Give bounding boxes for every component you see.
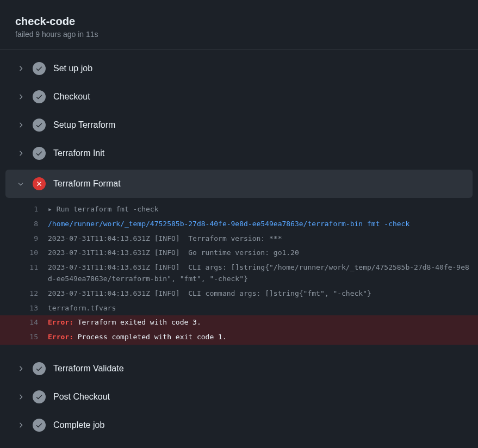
step-name-label: Terraform Init [53,148,104,158]
step-name-label: Post Checkout [53,392,110,402]
error-text: Terraform exited with code 3. [73,318,201,326]
chevron-right-icon [16,364,25,373]
line-content: Error: Terraform exited with code 3. [48,317,478,328]
chevron-right-icon [16,121,25,129]
step-row-complete-job[interactable]: Complete job [0,411,478,439]
check-circle-icon [33,147,46,160]
log-line[interactable]: 15Error: Process completed with exit cod… [0,330,478,345]
error-label: Error: [48,318,73,326]
job-status: failed 9 hours ago in 11s [15,30,463,39]
check-circle-icon [33,62,46,75]
line-content: 2023-07-31T11:04:13.631Z [INFO] Go runti… [48,247,478,259]
line-content: 2023-07-31T11:04:13.631Z [INFO] CLI args… [48,262,478,285]
line-content: terraform.tfvars [48,303,478,314]
step-row-post-checkout[interactable]: Post Checkout [0,383,478,411]
step-name-label: Complete job [53,420,104,430]
step-row-checkout[interactable]: Checkout [0,83,478,111]
line-content: /home/runner/work/_temp/4752585b-27d8-40… [48,219,478,230]
line-number: 8 [0,219,48,230]
log-line[interactable]: 8/home/runner/work/_temp/4752585b-27d8-4… [0,217,478,232]
log-link[interactable]: /home/runner/work/_temp/4752585b-27d8-40… [48,220,409,228]
log-line[interactable]: 112023-07-31T11:04:13.631Z [INFO] CLI ar… [0,260,478,287]
step-name-label: Setup Terraform [53,120,115,130]
check-circle-icon [33,390,46,403]
step-name-label: Terraform Validate [53,364,124,374]
chevron-right-icon [16,393,25,401]
chevron-right-icon [16,92,25,101]
line-number: 15 [0,332,48,343]
log-line[interactable]: 92023-07-31T11:04:13.631Z [INFO] Terrafo… [0,232,478,246]
job-title: check-code [15,15,463,28]
step-row-terraform-validate[interactable]: Terraform Validate [0,354,478,383]
line-content: Error: Process completed with exit code … [48,332,478,343]
step-name-label: Terraform Format [53,179,121,189]
triangle-right-icon: ▸ [48,205,57,213]
step-row-terraform-init[interactable]: Terraform Init [0,139,478,167]
line-number: 9 [0,233,48,245]
check-circle-icon [33,419,46,432]
log-line[interactable]: 1▸ Run terraform fmt -check [0,202,478,217]
step-row-set-up-job[interactable]: Set up job [0,54,478,83]
step-name-label: Set up job [53,64,92,73]
log-output: 1▸ Run terraform fmt -check8/home/runner… [0,198,478,349]
job-header: check-code failed 9 hours ago in 11s [0,0,478,50]
step-name-label: Checkout [53,92,90,102]
run-command: Run terraform fmt -check [57,205,159,213]
line-content: ▸ Run terraform fmt -check [48,204,478,215]
log-line[interactable]: 14Error: Terraform exited with code 3. [0,315,478,330]
log-line[interactable]: 102023-07-31T11:04:13.631Z [INFO] Go run… [0,246,478,260]
error-text: Process completed with exit code 1. [73,333,227,341]
x-circle-icon [33,177,46,190]
check-circle-icon [33,90,46,103]
chevron-right-icon [16,421,25,430]
check-circle-icon [33,119,46,132]
line-number: 13 [0,303,48,314]
steps-list: Set up jobCheckoutSetup TerraformTerrafo… [0,50,478,439]
chevron-right-icon [16,149,25,158]
check-circle-icon [33,362,46,375]
line-number: 10 [0,247,48,259]
line-number: 1 [0,204,48,215]
line-number: 11 [0,262,48,285]
error-label: Error: [48,333,73,341]
log-line[interactable]: 13terraform.tfvars [0,301,478,316]
log-line[interactable]: 122023-07-31T11:04:13.631Z [INFO] CLI co… [0,287,478,301]
line-number: 14 [0,317,48,328]
chevron-down-icon [16,179,25,188]
step-row-terraform-format[interactable]: Terraform Format [5,170,473,198]
line-content: 2023-07-31T11:04:13.631Z [INFO] CLI comm… [48,288,478,300]
line-content: 2023-07-31T11:04:13.631Z [INFO] Terrafor… [48,233,478,245]
line-number: 12 [0,288,48,300]
step-row-setup-terraform[interactable]: Setup Terraform [0,111,478,139]
chevron-right-icon [16,64,25,73]
